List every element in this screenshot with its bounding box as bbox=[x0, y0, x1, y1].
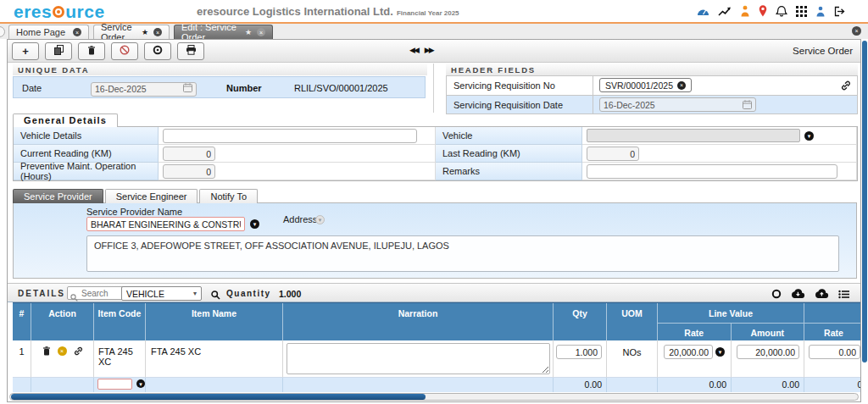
tab-service-provider[interactable]: Service Provider bbox=[13, 189, 103, 203]
details-items-table: # Action Item Code Item Name Narration Q… bbox=[13, 302, 860, 392]
service-provider-panel: Service Provider Name ▾ Address ▾ OFFICE… bbox=[13, 202, 857, 279]
cancel-record-button[interactable] bbox=[111, 42, 138, 60]
rate2-total: 0.00 bbox=[858, 379, 860, 390]
number-value: RLIL/SVO/00001/2025 bbox=[294, 83, 388, 93]
vertical-scrollbar-thumb[interactable] bbox=[862, 41, 867, 362]
new-item-dropdown-icon[interactable]: ▾ bbox=[136, 379, 145, 388]
table-row: 1 × FTA 245 XC FTA 245 XC bbox=[13, 340, 860, 378]
print-button[interactable] bbox=[177, 42, 204, 60]
delete-record-button[interactable] bbox=[78, 42, 105, 60]
rate2-input[interactable] bbox=[809, 345, 860, 359]
printer-icon bbox=[186, 45, 197, 58]
dashboard-icon[interactable] bbox=[697, 6, 709, 17]
record-circle-icon bbox=[153, 45, 163, 58]
line-amount-input[interactable] bbox=[737, 345, 799, 359]
requisition-date-wrap bbox=[599, 97, 756, 112]
address-textarea[interactable]: OFFICE 3, ADEFOWOPE STREET, OFF ASSOCIAT… bbox=[86, 235, 839, 272]
record-status-button[interactable] bbox=[144, 42, 171, 60]
col-line-amount: Amount bbox=[732, 324, 804, 341]
apps-grid-icon[interactable] bbox=[796, 6, 807, 17]
plus-icon: + bbox=[22, 45, 29, 58]
item-filter-select[interactable]: VEHICLE ▾ bbox=[121, 286, 202, 301]
copy-record-button[interactable] bbox=[45, 42, 72, 60]
cloud-upload-icon[interactable] bbox=[815, 287, 829, 302]
line-rate-input[interactable] bbox=[664, 345, 713, 359]
company-title: eresource Logistics International Ltd.Fi… bbox=[197, 5, 459, 18]
line-amount-total: 0.00 bbox=[782, 379, 799, 390]
row-action-cell: × bbox=[31, 340, 94, 378]
rate-dropdown-icon[interactable]: ▾ bbox=[715, 347, 725, 357]
col-item-name: Item Name bbox=[146, 303, 282, 323]
lookup-search-icon[interactable] bbox=[211, 288, 220, 303]
details-title: DETAILS bbox=[18, 289, 65, 298]
clear-row-icon[interactable]: × bbox=[58, 346, 67, 356]
tab-scroll-left-button[interactable] bbox=[0, 26, 5, 37]
preventive-maint-input[interactable] bbox=[163, 164, 215, 179]
next-record-icon[interactable]: ▶▶ bbox=[425, 46, 433, 54]
tab-notify-to[interactable]: Notify To bbox=[199, 189, 258, 203]
favorite-star-icon[interactable]: ★ bbox=[245, 28, 252, 36]
new-record-button[interactable]: + bbox=[12, 42, 39, 60]
toolbar-buttons: + bbox=[12, 42, 204, 60]
notifications-bell-icon[interactable] bbox=[776, 5, 787, 17]
col-group-2 bbox=[804, 303, 860, 323]
logout-icon[interactable] bbox=[834, 6, 846, 17]
remarks-input[interactable] bbox=[587, 164, 837, 179]
general-details-tab[interactable]: General Details bbox=[13, 113, 118, 127]
address-expand-icon[interactable]: ▾ bbox=[315, 215, 325, 224]
refresh-circle-icon[interactable] bbox=[771, 287, 782, 302]
service-provider-name-input[interactable] bbox=[86, 217, 245, 231]
table-header-row: # Action Item Code Item Name Narration Q… bbox=[13, 302, 860, 340]
col-action: Action bbox=[31, 303, 93, 323]
provider-dropdown-icon[interactable]: ▾ bbox=[250, 219, 259, 229]
list-view-icon[interactable] bbox=[838, 287, 849, 302]
eresource-logo: eresurce bbox=[14, 2, 105, 22]
tab-service-engineer[interactable]: Service Engineer bbox=[105, 189, 198, 203]
tab-close-icon[interactable]: × bbox=[257, 28, 265, 36]
user-activity-icon[interactable] bbox=[740, 5, 750, 17]
horizontal-scrollbar-thumb[interactable] bbox=[11, 394, 426, 400]
last-reading-input[interactable] bbox=[587, 147, 639, 161]
unique-data-row: Date Number RLIL/SVO/00001/2025 bbox=[13, 76, 426, 98]
location-pin-icon[interactable] bbox=[759, 5, 767, 17]
vehicle-details-cell bbox=[159, 127, 436, 145]
vehicle-label: Vehicle bbox=[436, 127, 582, 145]
cloud-download-icon[interactable] bbox=[791, 287, 805, 302]
row-uom: NOs bbox=[607, 340, 658, 378]
previous-record-icon[interactable]: ◀◀ bbox=[409, 46, 418, 54]
horizontal-scrollbar[interactable] bbox=[9, 393, 859, 401]
link-reference-icon[interactable] bbox=[841, 80, 851, 92]
tab-home-page[interactable]: Home Page × bbox=[8, 25, 89, 39]
quantity-label: Quantity bbox=[226, 289, 271, 298]
current-reading-input[interactable] bbox=[163, 147, 215, 161]
user-profile-icon[interactable] bbox=[815, 6, 826, 17]
delete-row-icon[interactable] bbox=[42, 346, 51, 357]
requisition-no-label: Servicing Requisition No bbox=[453, 80, 555, 91]
provider-tab-strip: Service Provider Service Engineer Notify… bbox=[13, 189, 258, 203]
requisition-date-input[interactable] bbox=[599, 97, 756, 112]
narration-textarea[interactable] bbox=[287, 343, 550, 374]
vertical-scrollbar[interactable] bbox=[862, 39, 868, 402]
qty-input[interactable] bbox=[556, 345, 602, 359]
vehicle-combobox[interactable] bbox=[587, 129, 800, 142]
close-all-tabs-icon[interactable]: × bbox=[852, 26, 861, 36]
header-fields-panel: HEADER FIELDS Servicing Requisition No S… bbox=[446, 64, 858, 75]
service-provider-name-label: Service Provider Name bbox=[86, 207, 182, 217]
requisition-no-chip[interactable]: SVR/00001/2025 × bbox=[599, 78, 692, 92]
analytics-chart-icon[interactable] bbox=[718, 6, 732, 17]
date-input[interactable] bbox=[91, 82, 197, 97]
row-link-icon[interactable] bbox=[74, 346, 83, 357]
favorite-star-icon[interactable]: ★ bbox=[142, 28, 148, 36]
vehicle-details-input[interactable] bbox=[163, 129, 417, 143]
tab-close-icon[interactable]: × bbox=[73, 28, 81, 36]
chip-remove-icon[interactable]: × bbox=[677, 81, 686, 90]
col-narration: Narration bbox=[283, 303, 553, 323]
new-item-code-input[interactable] bbox=[97, 379, 132, 390]
tab-edit-service-order[interactable]: Edit : Service Order ★ × bbox=[174, 25, 273, 39]
remarks-cell bbox=[582, 163, 857, 180]
tab-service-order[interactable]: Service Order ★ × bbox=[93, 25, 170, 39]
requisition-no-value: SVR/00001/2025 bbox=[605, 80, 673, 91]
vehicle-dropdown-icon[interactable]: ▾ bbox=[804, 131, 814, 141]
tab-close-icon[interactable]: × bbox=[153, 28, 162, 36]
header-fields-rows: Servicing Requisition No SVR/00001/2025 … bbox=[446, 75, 858, 114]
